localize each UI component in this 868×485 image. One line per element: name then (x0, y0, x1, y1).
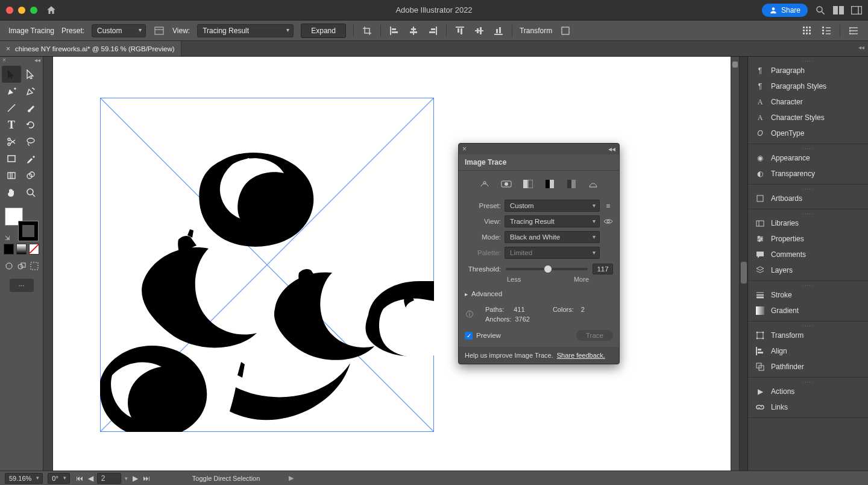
transform-label[interactable]: Transform (520, 27, 552, 35)
panel-comments[interactable]: Comments (748, 247, 868, 262)
type-tool[interactable]: T (2, 116, 21, 133)
edit-toolbar-button[interactable]: ··· (10, 279, 34, 292)
panel-collapse-icon[interactable]: ◂◂ (608, 145, 615, 153)
view-dropdown[interactable]: Tracing Result (197, 24, 294, 37)
view-dropdown[interactable]: Tracing Result (505, 215, 600, 227)
preset-outline-icon[interactable] (587, 178, 600, 190)
grid-view-icon[interactable] (801, 25, 813, 37)
maximize-window-button[interactable] (30, 7, 37, 14)
pen-tool[interactable] (2, 83, 21, 100)
preset-lowfidelity-icon[interactable] (521, 178, 535, 190)
lasso-tool[interactable] (21, 133, 40, 150)
artboard-canvas[interactable] (53, 57, 731, 471)
draw-behind-icon[interactable] (16, 260, 27, 272)
first-artboard-icon[interactable]: ⏮ (75, 474, 84, 483)
mode-dropdown[interactable]: Black and White (505, 231, 600, 243)
hand-tool[interactable] (2, 184, 21, 201)
panel-links[interactable]: Links (748, 399, 868, 415)
share-button[interactable]: Share (762, 4, 808, 17)
preset-dropdown[interactable]: Custom (92, 24, 146, 37)
panel-layers[interactable]: Layers (748, 262, 868, 278)
panel-transform[interactable]: Transform (748, 328, 868, 343)
align-right-icon[interactable] (427, 25, 439, 37)
panel-properties[interactable]: Properties (748, 231, 868, 247)
close-window-button[interactable] (6, 7, 13, 14)
panel-actions[interactable]: ▶Actions (748, 384, 868, 399)
paintbrush-tool[interactable] (21, 100, 40, 116)
home-button[interactable] (46, 5, 57, 16)
share-feedback-link[interactable]: Share feedback. (557, 352, 605, 359)
direct-selection-tool[interactable] (21, 66, 40, 83)
panel-gradient[interactable]: Gradient (748, 303, 868, 319)
panel-character-styles[interactable]: ACharacter Styles (748, 110, 868, 125)
status-play-icon[interactable]: ▶ (289, 474, 294, 482)
panel-appearance[interactable]: ◉Appearance (748, 150, 868, 166)
align-hcenter-icon[interactable] (407, 25, 420, 37)
gradient-tool[interactable] (2, 167, 21, 184)
panel-align[interactable]: Align (748, 343, 868, 359)
tracing-options-icon[interactable] (153, 25, 165, 37)
isolate-icon[interactable] (559, 25, 571, 37)
preset-grayscale-icon[interactable] (543, 178, 556, 190)
rectangle-tool[interactable] (2, 150, 21, 167)
preset-auto-icon[interactable] (478, 178, 491, 190)
search-icon[interactable] (815, 5, 826, 16)
selection-tool[interactable] (2, 66, 21, 83)
expand-button[interactable]: Expand (301, 24, 346, 38)
panel-opentype[interactable]: OOpenType (748, 125, 868, 141)
stroke-swatch[interactable] (18, 221, 39, 241)
curvature-tool[interactable] (21, 83, 40, 100)
align-bottom-icon[interactable] (492, 25, 505, 37)
draw-inside-icon[interactable] (29, 260, 39, 272)
panel-pathfinder[interactable]: Pathfinder (748, 359, 868, 375)
tab-close-icon[interactable]: × (6, 45, 10, 53)
advanced-toggle[interactable]: ▸Advanced (465, 290, 613, 297)
zoom-tool[interactable] (21, 184, 40, 201)
draw-normal-icon[interactable] (4, 260, 14, 272)
align-left-icon[interactable] (388, 25, 400, 37)
toolbar-close-icon[interactable]: × (2, 57, 6, 64)
collapse-dock-icon[interactable]: ◂◂ (858, 44, 864, 51)
workspace-switcher-icon[interactable] (851, 6, 862, 14)
preset-menu-icon[interactable]: ≡ (603, 202, 613, 209)
color-mode-none[interactable] (29, 244, 39, 255)
align-vcenter-icon[interactable] (473, 25, 485, 37)
panel-stroke[interactable]: Stroke (748, 287, 868, 303)
preset-highfidelity-icon[interactable] (500, 178, 513, 190)
shape-builder-tool[interactable] (21, 167, 40, 184)
zoom-dropdown[interactable]: 59.16% (5, 473, 43, 484)
crop-image-icon[interactable] (361, 25, 373, 37)
panel-paragraph-styles[interactable]: ¶Paragraph Styles (748, 78, 868, 94)
swap-fill-stroke-icon[interactable]: ⇲ (5, 235, 10, 241)
color-mode-solid[interactable] (4, 244, 14, 255)
align-top-icon[interactable] (454, 25, 466, 37)
rotate-tool[interactable] (21, 116, 40, 133)
list-menu-icon[interactable] (848, 25, 860, 37)
view-eye-icon[interactable] (603, 218, 613, 225)
prev-artboard-icon[interactable]: ◀ (87, 474, 95, 483)
panel-dock-strip[interactable] (739, 57, 747, 471)
eyedropper-tool[interactable] (21, 150, 40, 167)
left-dock-strip[interactable] (43, 57, 53, 471)
next-artboard-icon[interactable]: ▶ (131, 474, 139, 483)
last-artboard-icon[interactable]: ⏭ (142, 474, 151, 483)
color-mode-gradient[interactable] (16, 244, 27, 255)
artboard-number-input[interactable]: 2 (97, 473, 121, 484)
arrange-documents-icon[interactable] (833, 6, 844, 14)
panel-libraries[interactable]: Libraries (748, 215, 868, 231)
panel-paragraph[interactable]: ¶Paragraph (748, 63, 868, 78)
panel-artboards[interactable]: Artboards (748, 191, 868, 206)
preview-checkbox[interactable]: ✓Preview (465, 332, 501, 340)
vertical-scrollbar[interactable] (731, 57, 739, 471)
threshold-value[interactable]: 117 (593, 264, 613, 274)
threshold-slider[interactable] (506, 268, 588, 270)
fill-stroke-control[interactable]: ⇲ (5, 208, 39, 241)
scissors-tool[interactable] (2, 133, 21, 150)
panel-close-icon[interactable]: × (462, 145, 467, 153)
minimize-window-button[interactable] (18, 7, 25, 14)
panel-header[interactable]: × ◂◂ (459, 144, 619, 154)
preset-dropdown[interactable]: Custom (505, 200, 600, 212)
toolbar-collapse-icon[interactable]: ◂◂ (34, 57, 40, 64)
sort-icon[interactable] (820, 25, 832, 37)
panel-transparency[interactable]: ◐Transparency (748, 166, 868, 182)
